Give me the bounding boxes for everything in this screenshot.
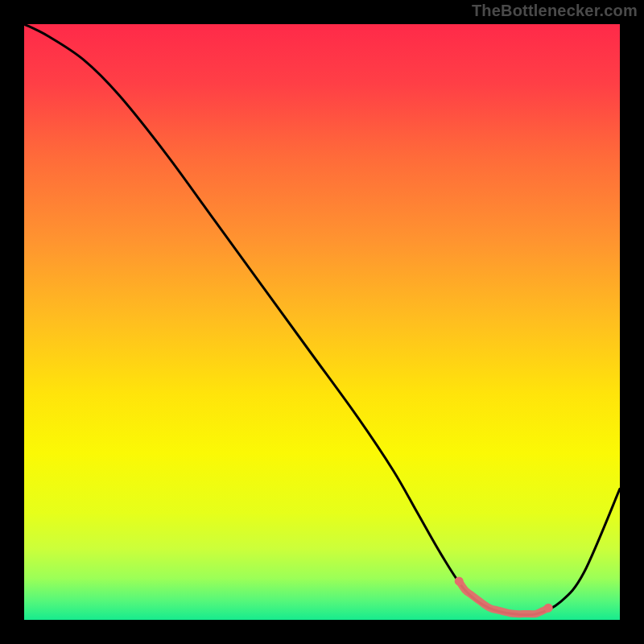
gradient-background [24, 24, 620, 620]
chart-container: TheBottlenecker.com [0, 0, 644, 644]
highlight-endpoint [455, 576, 464, 585]
highlight-endpoint [544, 604, 553, 613]
watermark-text: TheBottlenecker.com [472, 2, 638, 20]
chart-svg [24, 24, 620, 620]
plot-area [24, 24, 620, 620]
